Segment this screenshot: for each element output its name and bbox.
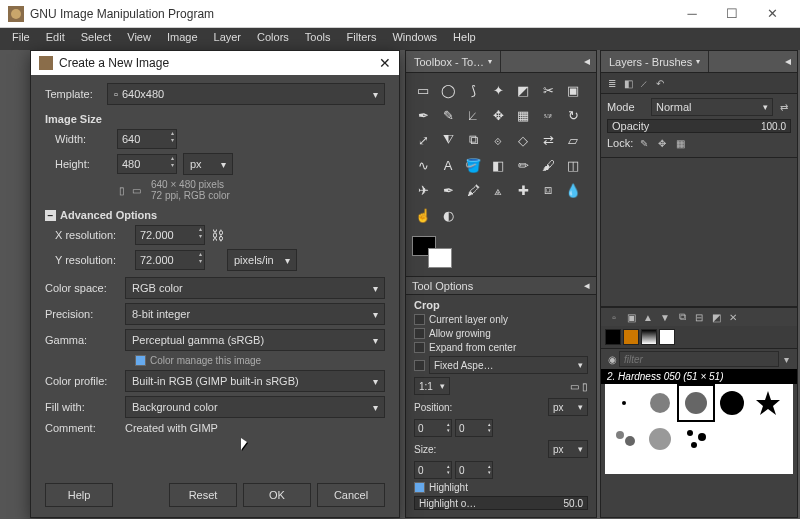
orientation-landscape-icon[interactable]: ▭ <box>129 183 143 197</box>
brush-sw2[interactable] <box>623 329 639 345</box>
brush-cell[interactable] <box>679 422 713 456</box>
color-swatches[interactable] <box>412 236 456 272</box>
duplicate-layer-icon[interactable]: ⧉ <box>675 310 689 324</box>
width-spinner[interactable]: 640 <box>117 129 177 149</box>
brush-cell[interactable] <box>607 386 641 420</box>
tool-flip[interactable]: ⇄ <box>537 129 559 151</box>
tool-scissors[interactable]: ✂ <box>537 79 559 101</box>
tool-perspective-clone[interactable]: ⧈ <box>537 179 559 201</box>
tool-smudge[interactable]: ☝ <box>412 204 434 226</box>
tool-heal[interactable]: ✚ <box>512 179 534 201</box>
tool-cage[interactable]: ▱ <box>562 129 584 151</box>
menu-tools[interactable]: Tools <box>297 28 339 50</box>
layers-menu-button[interactable]: ◂ <box>779 51 797 72</box>
tool-unified[interactable]: ⟐ <box>487 129 509 151</box>
tool-handle[interactable]: ◇ <box>512 129 534 151</box>
tool-scale[interactable]: ⤢ <box>412 129 434 151</box>
mode-select[interactable]: Normal <box>651 98 773 116</box>
tool-crop[interactable]: ⎃ <box>537 104 559 126</box>
background-color[interactable] <box>428 248 452 268</box>
tool-free-select[interactable]: ⟆ <box>462 79 484 101</box>
menu-layer[interactable]: Layer <box>206 28 250 50</box>
menu-select[interactable]: Select <box>73 28 120 50</box>
raise-layer-icon[interactable]: ▲ <box>641 310 655 324</box>
allow-growing-checkbox[interactable] <box>414 328 425 339</box>
menu-help[interactable]: Help <box>445 28 484 50</box>
current-layer-checkbox[interactable] <box>414 314 425 325</box>
comment-value[interactable]: Created with GIMP <box>125 422 218 434</box>
tool-pencil[interactable]: ✏ <box>512 154 534 176</box>
fill-select[interactable]: Background color <box>125 396 385 418</box>
brush-cell[interactable] <box>643 422 677 456</box>
tool-color-select[interactable]: ◩ <box>512 79 534 101</box>
lock-position-icon[interactable]: ✥ <box>655 136 669 150</box>
menu-edit[interactable]: Edit <box>38 28 73 50</box>
fixed-checkbox[interactable] <box>414 360 425 371</box>
lower-layer-icon[interactable]: ▼ <box>658 310 672 324</box>
toolbox-tab[interactable]: Toolbox - To… <box>406 51 501 72</box>
merge-layer-icon[interactable]: ⊟ <box>692 310 706 324</box>
tool-move[interactable]: ✥ <box>487 104 509 126</box>
brush-cell[interactable] <box>715 386 749 420</box>
tool-bucket[interactable]: 🪣 <box>462 154 484 176</box>
brush-filter-input[interactable] <box>619 351 779 367</box>
tool-options-menu-icon[interactable]: ◂ <box>584 279 590 292</box>
height-spinner[interactable]: 480 <box>117 154 177 174</box>
brush-filter-dropdown[interactable]: ▾ <box>779 352 793 366</box>
new-layer-icon[interactable]: ▫ <box>607 310 621 324</box>
tool-shear[interactable]: ⧨ <box>437 129 459 151</box>
tool-warp[interactable]: ∿ <box>412 154 434 176</box>
color-manage-checkbox[interactable] <box>135 355 146 366</box>
menu-windows[interactable]: Windows <box>384 28 445 50</box>
mode-switch-icon[interactable]: ⇄ <box>777 100 791 114</box>
highlight-opacity-slider[interactable]: Highlight o…50.0 <box>414 496 588 510</box>
xres-spinner[interactable]: 72.000 <box>135 225 205 245</box>
gamma-select[interactable]: Perceptual gamma (sRGB) <box>125 329 385 351</box>
layers-tab[interactable]: Layers - Brushes <box>601 51 709 72</box>
menu-filters[interactable]: Filters <box>339 28 385 50</box>
tool-paths[interactable]: ✒ <box>412 104 434 126</box>
undo-icon[interactable]: ↶ <box>653 76 667 90</box>
channels-icon[interactable]: ◧ <box>621 76 635 90</box>
brush-sw1[interactable] <box>605 329 621 345</box>
pos-x-spinner[interactable]: 0 <box>414 419 452 437</box>
brush-cell-selected[interactable] <box>679 386 713 420</box>
opacity-slider[interactable]: Opacity100.0 <box>607 119 791 133</box>
position-unit[interactable]: px <box>548 398 588 416</box>
yres-spinner[interactable]: 72.000 <box>135 250 205 270</box>
toolbox-menu-button[interactable]: ◂ <box>578 51 596 72</box>
tool-ellipse-select[interactable]: ◯ <box>437 79 459 101</box>
lock-pixels-icon[interactable]: ✎ <box>637 136 651 150</box>
tool-rect-select[interactable]: ▭ <box>412 79 434 101</box>
ratio-field[interactable]: 1:1 <box>414 377 450 395</box>
size-unit-select[interactable]: px <box>183 153 233 175</box>
layers-list[interactable] <box>601 157 797 307</box>
brush-preview-icon[interactable]: ◉ <box>605 352 619 366</box>
maximize-button[interactable]: ☐ <box>712 0 752 28</box>
reset-button[interactable]: Reset <box>169 483 237 507</box>
res-unit-select[interactable]: pixels/in <box>227 249 297 271</box>
link-icon[interactable]: ⛓ <box>211 228 224 243</box>
advanced-header[interactable]: − Advanced Options <box>45 209 385 221</box>
tool-color-picker[interactable]: ✎ <box>437 104 459 126</box>
tool-dodge[interactable]: ◐ <box>437 204 459 226</box>
collapse-toggle[interactable]: − <box>45 210 56 221</box>
fixed-select[interactable]: Fixed Aspe… <box>429 356 588 374</box>
brush-cell[interactable] <box>607 422 641 456</box>
tool-paintbrush[interactable]: 🖌 <box>537 154 559 176</box>
paths-icon[interactable]: ⟋ <box>637 76 651 90</box>
delete-layer-icon[interactable]: ✕ <box>726 310 740 324</box>
menu-colors[interactable]: Colors <box>249 28 297 50</box>
tool-perspective[interactable]: ⧉ <box>462 129 484 151</box>
dialog-close-button[interactable]: ✕ <box>379 55 391 71</box>
tool-blur[interactable]: 💧 <box>562 179 584 201</box>
mask-layer-icon[interactable]: ◩ <box>709 310 723 324</box>
tool-airbrush[interactable]: ✈ <box>412 179 434 201</box>
ok-button[interactable]: OK <box>243 483 311 507</box>
size-h-spinner[interactable]: 0 <box>455 461 493 479</box>
colorspace-select[interactable]: RGB color <box>125 277 385 299</box>
size-w-spinner[interactable]: 0 <box>414 461 452 479</box>
tool-foreground[interactable]: ▣ <box>562 79 584 101</box>
minimize-button[interactable]: ─ <box>672 0 712 28</box>
tool-clone[interactable]: ⟁ <box>487 179 509 201</box>
